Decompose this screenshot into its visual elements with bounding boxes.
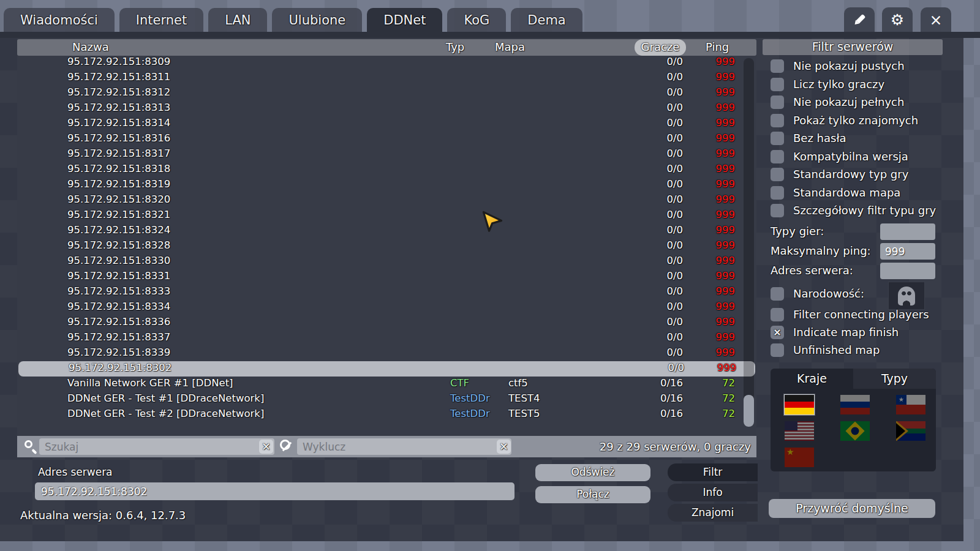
server-row[interactable]: 95.172.92.151:83210/0999	[17, 208, 756, 223]
checkbox-label: Bez hasła	[793, 132, 846, 145]
server-row[interactable]: 95.172.92.151:83280/0999	[17, 239, 756, 254]
main-panel: Nazwa Typ Mapa Gracze Ping 95.172.92.151…	[0, 38, 963, 541]
tab-dema[interactable]: Dema	[511, 8, 582, 32]
filter-input-maksymalny-ping[interactable]	[880, 243, 935, 260]
server-row[interactable]: 95.172.92.151:83200/0999	[17, 193, 756, 208]
filter-input-typy-gier[interactable]	[880, 223, 935, 240]
tab-lan[interactable]: LAN	[208, 8, 267, 32]
cell-ping: 999	[682, 178, 735, 190]
server-row[interactable]: 95.172.92.151:83190/0999	[17, 178, 756, 193]
list-scrollbar[interactable]	[744, 58, 754, 427]
connect-button[interactable]: Połącz	[535, 486, 650, 503]
exclude-input[interactable]	[297, 438, 511, 455]
column-header-type[interactable]: Typ	[446, 40, 464, 53]
server-row[interactable]: 95.172.92.151:83140/0999	[17, 116, 756, 132]
clear-exclude-icon[interactable]: ×	[497, 440, 511, 454]
checkbox-label: Kompatybilna wersja	[793, 150, 908, 163]
toolbox-tab-filtr[interactable]: Filtr	[668, 463, 758, 481]
tab-types[interactable]: Typy	[853, 369, 936, 389]
server-row[interactable]: DDNet GER - Test #1 [DDraceNetwork]TestD…	[17, 392, 756, 407]
server-row[interactable]: 95.172.92.151:83360/0999	[17, 315, 756, 331]
clear-search-icon[interactable]: ×	[259, 440, 273, 454]
cell-pl: 0/16	[630, 408, 683, 419]
server-row[interactable]: 95.172.92.151:83240/0999	[17, 223, 756, 239]
flag-za[interactable]	[896, 421, 925, 441]
browser-tabbar: WiadomościInternetLANUlubioneDDNetKoGDem…	[4, 8, 582, 32]
cell-name: 95.172.92.151:8324	[67, 224, 170, 236]
address-label: Adres serwera	[38, 466, 113, 478]
checkbox-nie-pokazuj-pełnych[interactable]	[771, 96, 784, 109]
cell-pl: 0/0	[630, 347, 683, 358]
server-row[interactable]: 95.172.92.151:83170/0999	[17, 147, 756, 162]
server-row[interactable]: 95.172.92.151:83370/0999	[17, 331, 756, 346]
checkbox-kompatybilna-wersja[interactable]	[771, 150, 784, 163]
checkbox-nie-pokazuj-pustych[interactable]	[771, 59, 784, 73]
checkbox-indicate-map-finish[interactable]: ×	[771, 326, 784, 339]
checkbox-label: Standardowy typ gry	[793, 168, 908, 181]
close-button[interactable]: ×	[921, 7, 951, 32]
server-row[interactable]: 95.172.92.151:83120/0999	[17, 86, 756, 101]
scrollbar-thumb[interactable]	[744, 395, 754, 427]
column-header-name[interactable]: Nazwa	[72, 40, 109, 53]
tab-ulubione[interactable]: Ulubione	[272, 8, 362, 32]
editor-button[interactable]	[844, 7, 875, 32]
flag-de[interactable]	[785, 395, 814, 414]
toolbox-tab-info[interactable]: Info	[668, 484, 758, 501]
cell-ping: 999	[682, 209, 735, 220]
toolbox-tab-znajomi[interactable]: Znajomi	[668, 504, 758, 522]
checkbox-bez-hasła[interactable]	[771, 132, 784, 145]
checkbox-filter-connecting-players[interactable]	[771, 308, 784, 321]
version-text: Aktualna wersja: 0.6.4, 12.7.3	[20, 509, 186, 522]
server-row[interactable]: 95.172.92.151:83390/0999	[17, 346, 756, 361]
settings-button[interactable]: ⚙	[882, 7, 913, 32]
flag-cl[interactable]	[896, 395, 925, 414]
flag-us[interactable]	[785, 421, 814, 441]
checkbox-narodowość[interactable]	[771, 287, 784, 301]
cell-pl: 0/0	[630, 193, 683, 205]
cell-pl: 0/0	[630, 331, 683, 343]
tab-internet[interactable]: Internet	[119, 8, 203, 32]
server-row[interactable]: 95.172.92.151:83090/0999	[17, 55, 756, 70]
flag-ru[interactable]	[840, 395, 870, 414]
server-row[interactable]: Vanilla Network GER #1 [DDNet]CTFctf50/1…	[17, 377, 756, 392]
filter-input-adres-serwera[interactable]	[880, 263, 935, 279]
cell-map: TEST5	[508, 408, 540, 419]
reset-defaults-button[interactable]: Przywróć domyślne	[769, 499, 935, 518]
flag-br[interactable]	[840, 421, 870, 441]
server-row[interactable]: 95.172.92.151:83330/0999	[17, 285, 756, 300]
server-address-input[interactable]	[35, 482, 514, 500]
column-header-ping[interactable]: Ping	[706, 40, 729, 53]
tab-kog[interactable]: KoG	[447, 8, 506, 32]
server-row[interactable]: 95.172.92.151:83110/0999	[17, 70, 756, 86]
server-row[interactable]: DDNet GER - Test #2 [DDraceNetwork]TestD…	[17, 407, 756, 422]
gear-icon: ⚙	[891, 11, 904, 29]
cell-type: CTF	[450, 377, 469, 389]
column-header-map[interactable]: Mapa	[495, 40, 525, 53]
checkbox-standardowy-typ-gry[interactable]	[771, 168, 784, 181]
cell-map: TEST4	[508, 392, 540, 404]
checkbox-pokaż-tylko-znajomych[interactable]	[771, 114, 784, 127]
cell-name: 95.172.92.151:8312	[67, 86, 170, 98]
tab-countries[interactable]: Kraje	[771, 369, 853, 389]
server-row[interactable]: 95.172.92.151:83310/0999	[17, 269, 756, 285]
server-row[interactable]: 95.172.92.151:83160/0999	[17, 132, 756, 147]
nationality-flag-button[interactable]	[888, 282, 925, 310]
cell-type: TestDDr	[450, 392, 490, 404]
checkbox-standardowa-mapa[interactable]	[771, 186, 784, 200]
server-row[interactable]: 95.172.92.151:83180/0999	[17, 162, 756, 178]
tab-ddnet[interactable]: DDNet	[367, 8, 442, 32]
cell-pl: 0/0	[630, 209, 683, 220]
refresh-button[interactable]: Odśwież	[535, 464, 650, 481]
tab-wiadomości[interactable]: Wiadomości	[4, 8, 115, 32]
server-row[interactable]: 95.172.92.151:83300/0999	[17, 254, 756, 269]
checkbox-licz-tylko-graczy[interactable]	[771, 78, 784, 91]
checkbox-unfinished-map[interactable]	[771, 343, 784, 357]
flag-cn[interactable]	[785, 448, 814, 467]
cell-ping: 999	[682, 285, 735, 297]
checkbox-szczegółowy-filtr-typu-gry[interactable]	[771, 204, 784, 217]
search-input[interactable]	[39, 438, 274, 455]
column-header-players-sorted[interactable]: Gracze	[635, 39, 686, 56]
server-row[interactable]: 95.172.92.151:83130/0999	[17, 101, 756, 116]
server-row[interactable]: 95.172.92.151:83020/0999	[18, 361, 755, 377]
server-row[interactable]: 95.172.92.151:83340/0999	[17, 300, 756, 315]
